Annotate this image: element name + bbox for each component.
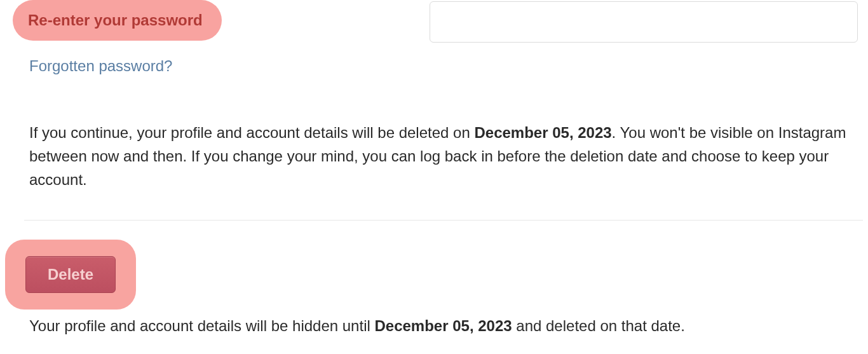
section-divider [24, 220, 863, 221]
footer-date: December 05, 2023 [374, 317, 512, 334]
reenter-password-label: Re-enter your password [28, 11, 203, 29]
delete-button-highlight: Delete [5, 240, 136, 310]
forgotten-password-link[interactable]: Forgotten password? [29, 57, 172, 75]
info-prefix: If you continue, your profile and accoun… [29, 124, 474, 141]
footer-info-text: Your profile and account details will be… [29, 317, 868, 335]
info-date: December 05, 2023 [474, 124, 611, 141]
footer-suffix: and deleted on that date. [512, 317, 685, 334]
delete-button[interactable]: Delete [25, 256, 116, 293]
deletion-info-text: If you continue, your profile and accoun… [29, 121, 868, 192]
footer-prefix: Your profile and account details will be… [29, 317, 374, 334]
password-input[interactable] [430, 1, 858, 43]
password-label-highlight: Re-enter your password [13, 0, 222, 41]
